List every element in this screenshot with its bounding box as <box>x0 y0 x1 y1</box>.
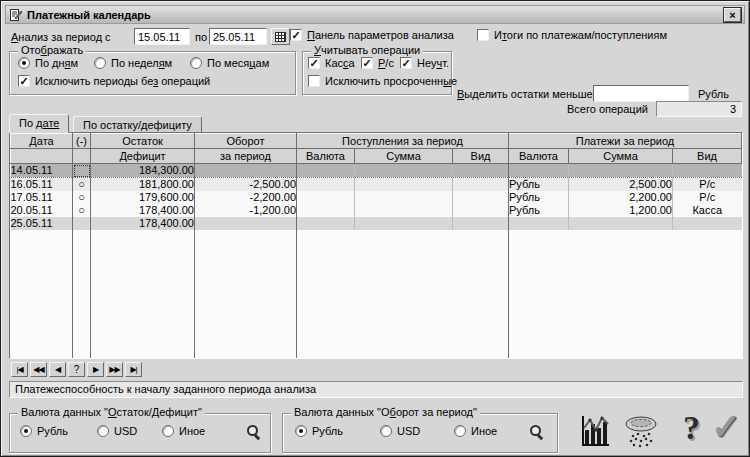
cell-payment-currency: Рубль <box>509 191 569 204</box>
table-row[interactable]: 20.05.11 ○ 178,400.00 -1,200.00 Рубль 1,… <box>11 204 742 217</box>
checkbox-label: Итоги по платежам/поступлениям <box>494 29 667 41</box>
radio-by-months[interactable]: По месяцам <box>190 57 269 69</box>
display-group: Отображать По дням По неделям По месяцам… <box>9 51 296 95</box>
highlight-balance-input[interactable] <box>593 85 689 102</box>
checkbox-box: ✓ <box>308 57 320 69</box>
cell-date: 14.05.11 <box>11 164 73 178</box>
checkbox-cash[interactable]: ✓ Касса <box>308 57 355 69</box>
checkbox-exclude-overdue[interactable]: Исключить просроченные <box>308 75 457 87</box>
radio-balance-ruble[interactable]: Рубль <box>20 425 68 437</box>
cell-payment-kind: Касса <box>673 204 742 217</box>
cell-balance: 179,600.00 <box>91 191 195 204</box>
table-row[interactable]: 25.05.11 178,400.00 <box>11 217 742 230</box>
cell-income-sum <box>355 217 453 230</box>
checkbox-box: ✓ <box>18 75 30 87</box>
turnover-currency-group: Валюта данных "Оборот за период" Рубль U… <box>282 413 558 453</box>
cell-payment-sum <box>569 217 673 230</box>
cell-marker <box>73 164 91 178</box>
highlight-balance-label: Выделить остатки меньше <box>457 88 593 100</box>
grid-header-row-1: Дата (-) Остаток Оборот Поступления за п… <box>11 134 742 149</box>
confirm-icon[interactable]: ✓ <box>711 407 741 447</box>
radio-label: Иное <box>471 425 497 437</box>
close-icon[interactable]: × <box>724 8 741 22</box>
col-header-date-2 <box>11 149 73 164</box>
checkbox-exclude-empty-periods[interactable]: ✓ Исключить периоды без операций <box>18 75 210 87</box>
table-row[interactable]: 14.05.11 184,300.00 <box>11 164 742 178</box>
col-group-income: Поступления за период <box>297 134 509 149</box>
col-header-payment-kind: Вид <box>673 149 742 164</box>
nav-last-button[interactable]: ▶| <box>125 362 142 377</box>
coins-icon[interactable] <box>621 415 661 449</box>
radio-balance-usd[interactable]: USD <box>97 425 137 437</box>
nav-first-button[interactable]: |◀ <box>11 362 28 377</box>
nav-forward-button[interactable]: ▶ <box>87 362 104 377</box>
table-row[interactable]: 16.05.11 ○ 181,800.00 -2,500.00 Рубль 2,… <box>11 178 742 192</box>
col-group-payments: Платежи за период <box>509 134 742 149</box>
checkbox-label: Исключить просроченные <box>325 75 457 87</box>
nav-fast-forward-button[interactable]: ▶▶ <box>106 362 123 377</box>
radio-balance-other[interactable]: Иное <box>162 425 205 437</box>
radio-label: USD <box>397 425 420 437</box>
checkbox-box <box>308 75 320 87</box>
table-row[interactable]: 17.05.11 ○ 179,600.00 -2,200.00 Рубль 2,… <box>11 191 742 204</box>
total-operations-value: 3 <box>656 101 742 117</box>
date-to-input[interactable] <box>209 28 267 45</box>
checkbox-bank-account[interactable]: ✓ Р/с <box>361 57 394 69</box>
checkbox-unaccounted[interactable]: ✓ Неучт. <box>400 57 449 69</box>
cell-payment-sum: 2,500.00 <box>569 178 673 192</box>
balance-currency-group-title: Валюта данных "Остаток/Дефицит" <box>18 406 205 418</box>
checkbox-payment-totals[interactable]: Итоги по платежам/поступлениям <box>477 29 667 41</box>
radio-turnover-ruble[interactable]: Рубль <box>295 425 343 437</box>
title-bar: Платежный календарь × <box>5 5 745 24</box>
cell-balance: 181,800.00 <box>91 178 195 192</box>
radio-by-days[interactable]: По дням <box>18 57 78 69</box>
cell-turnover: -1,200.00 <box>195 204 297 217</box>
cell-income-currency <box>297 178 355 192</box>
col-header-turnover: Оборот <box>195 134 297 149</box>
status-bar: Платежеспособность к началу заданного пе… <box>9 381 743 398</box>
checkbox-analysis-panel[interactable]: ✓ Панель параметров анализа <box>290 29 454 41</box>
cell-marker: ○ <box>73 178 91 192</box>
cell-payment-currency: Рубль <box>509 178 569 192</box>
radio-label: USD <box>114 425 137 437</box>
cell-turnover: -2,200.00 <box>195 191 297 204</box>
display-group-title: Отображать <box>18 44 86 56</box>
cell-payment-kind <box>673 164 742 178</box>
radio-turnover-other[interactable]: Иное <box>454 425 497 437</box>
cell-balance: 178,400.00 <box>91 204 195 217</box>
radio-by-weeks[interactable]: По неделям <box>94 57 172 69</box>
cell-payment-currency <box>509 164 569 178</box>
balance-currency-group: Валюта данных "Остаток/Дефицит" Рубль US… <box>9 413 271 453</box>
cell-date: 17.05.11 <box>11 191 73 204</box>
cell-payment-currency: Рубль <box>509 204 569 217</box>
cell-income-kind <box>453 191 509 204</box>
cell-income-sum <box>355 164 453 178</box>
tab-by-date[interactable]: По дате <box>9 114 69 133</box>
nav-help-button[interactable]: ? <box>68 362 85 377</box>
radio-turnover-usd[interactable]: USD <box>380 425 420 437</box>
grid-header-row-2: Дефицит за период Валюта Сумма Вид Валют… <box>11 149 742 164</box>
period-to-label: по <box>195 31 207 43</box>
nav-back-button[interactable]: ◀ <box>49 362 66 377</box>
date-from-input[interactable] <box>134 28 190 45</box>
cell-income-currency <box>297 191 355 204</box>
checkbox-box: ✓ <box>361 57 373 69</box>
radio-label: Рубль <box>37 425 68 437</box>
chart-icon[interactable] <box>579 413 611 449</box>
app-icon <box>9 8 23 22</box>
col-header-income-kind: Вид <box>453 149 509 164</box>
checkbox-box: ✓ <box>290 29 302 41</box>
nav-fast-back-button[interactable]: ◀◀ <box>30 362 47 377</box>
calendar-button[interactable] <box>271 28 290 45</box>
analysis-period-label: Анализ за период с <box>11 31 111 43</box>
calendar-icon <box>275 32 286 42</box>
help-icon[interactable]: ? <box>683 409 700 447</box>
cell-marker: ○ <box>73 191 91 204</box>
radio-button <box>20 425 32 437</box>
checkbox-label: Исключить периоды без операций <box>35 75 210 87</box>
cell-payment-kind: Р/с <box>673 191 742 204</box>
radio-button <box>380 425 392 437</box>
cell-payment-kind: Р/с <box>673 178 742 192</box>
tab-by-balance-deficit[interactable]: По остатку/дефициту <box>73 116 202 133</box>
col-header-balance: Остаток <box>91 134 195 149</box>
